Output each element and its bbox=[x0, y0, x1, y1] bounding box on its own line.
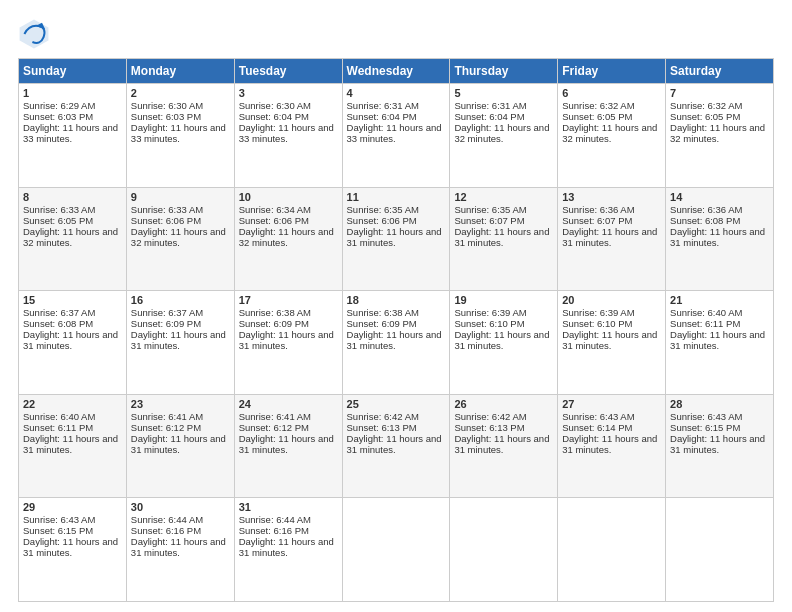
sunset-text: Sunset: 6:15 PM bbox=[670, 422, 740, 433]
calendar-cell: 15Sunrise: 6:37 AMSunset: 6:08 PMDayligh… bbox=[19, 291, 127, 395]
day-number: 18 bbox=[347, 294, 446, 306]
daylight-text: Daylight: 11 hours and 32 minutes. bbox=[23, 226, 118, 248]
calendar-day-header: Wednesday bbox=[342, 59, 450, 84]
sunset-text: Sunset: 6:09 PM bbox=[239, 318, 309, 329]
sunrise-text: Sunrise: 6:37 AM bbox=[131, 307, 203, 318]
sunset-text: Sunset: 6:05 PM bbox=[23, 215, 93, 226]
sunrise-text: Sunrise: 6:32 AM bbox=[670, 100, 742, 111]
calendar-cell: 10Sunrise: 6:34 AMSunset: 6:06 PMDayligh… bbox=[234, 187, 342, 291]
daylight-text: Daylight: 11 hours and 32 minutes. bbox=[131, 226, 226, 248]
calendar-cell: 21Sunrise: 6:40 AMSunset: 6:11 PMDayligh… bbox=[666, 291, 774, 395]
sunset-text: Sunset: 6:13 PM bbox=[454, 422, 524, 433]
sunset-text: Sunset: 6:05 PM bbox=[670, 111, 740, 122]
day-number: 27 bbox=[562, 398, 661, 410]
sunrise-text: Sunrise: 6:39 AM bbox=[454, 307, 526, 318]
calendar-day-header: Saturday bbox=[666, 59, 774, 84]
day-number: 30 bbox=[131, 501, 230, 513]
sunset-text: Sunset: 6:11 PM bbox=[670, 318, 740, 329]
sunset-text: Sunset: 6:06 PM bbox=[347, 215, 417, 226]
calendar-cell: 17Sunrise: 6:38 AMSunset: 6:09 PMDayligh… bbox=[234, 291, 342, 395]
calendar-cell: 27Sunrise: 6:43 AMSunset: 6:14 PMDayligh… bbox=[558, 394, 666, 498]
calendar-cell: 22Sunrise: 6:40 AMSunset: 6:11 PMDayligh… bbox=[19, 394, 127, 498]
sunrise-text: Sunrise: 6:30 AM bbox=[239, 100, 311, 111]
sunset-text: Sunset: 6:03 PM bbox=[131, 111, 201, 122]
calendar-cell bbox=[342, 498, 450, 602]
sunset-text: Sunset: 6:03 PM bbox=[23, 111, 93, 122]
daylight-text: Daylight: 11 hours and 31 minutes. bbox=[347, 329, 442, 351]
sunrise-text: Sunrise: 6:41 AM bbox=[131, 411, 203, 422]
calendar-table: SundayMondayTuesdayWednesdayThursdayFrid… bbox=[18, 58, 774, 602]
day-number: 6 bbox=[562, 87, 661, 99]
sunrise-text: Sunrise: 6:41 AM bbox=[239, 411, 311, 422]
calendar-cell: 29Sunrise: 6:43 AMSunset: 6:15 PMDayligh… bbox=[19, 498, 127, 602]
daylight-text: Daylight: 11 hours and 31 minutes. bbox=[23, 329, 118, 351]
calendar-day-header: Thursday bbox=[450, 59, 558, 84]
day-number: 28 bbox=[670, 398, 769, 410]
page: SundayMondayTuesdayWednesdayThursdayFrid… bbox=[0, 0, 792, 612]
sunrise-text: Sunrise: 6:40 AM bbox=[23, 411, 95, 422]
sunset-text: Sunset: 6:04 PM bbox=[454, 111, 524, 122]
calendar-week-row: 29Sunrise: 6:43 AMSunset: 6:15 PMDayligh… bbox=[19, 498, 774, 602]
daylight-text: Daylight: 11 hours and 32 minutes. bbox=[670, 122, 765, 144]
sunset-text: Sunset: 6:06 PM bbox=[239, 215, 309, 226]
sunset-text: Sunset: 6:09 PM bbox=[131, 318, 201, 329]
day-number: 11 bbox=[347, 191, 446, 203]
sunrise-text: Sunrise: 6:40 AM bbox=[670, 307, 742, 318]
day-number: 2 bbox=[131, 87, 230, 99]
daylight-text: Daylight: 11 hours and 31 minutes. bbox=[239, 433, 334, 455]
daylight-text: Daylight: 11 hours and 31 minutes. bbox=[347, 226, 442, 248]
calendar-cell: 16Sunrise: 6:37 AMSunset: 6:09 PMDayligh… bbox=[126, 291, 234, 395]
day-number: 22 bbox=[23, 398, 122, 410]
sunset-text: Sunset: 6:10 PM bbox=[562, 318, 632, 329]
sunrise-text: Sunrise: 6:35 AM bbox=[347, 204, 419, 215]
daylight-text: Daylight: 11 hours and 31 minutes. bbox=[454, 433, 549, 455]
sunset-text: Sunset: 6:12 PM bbox=[131, 422, 201, 433]
calendar-week-row: 22Sunrise: 6:40 AMSunset: 6:11 PMDayligh… bbox=[19, 394, 774, 498]
sunrise-text: Sunrise: 6:43 AM bbox=[23, 514, 95, 525]
daylight-text: Daylight: 11 hours and 33 minutes. bbox=[239, 122, 334, 144]
day-number: 15 bbox=[23, 294, 122, 306]
sunset-text: Sunset: 6:07 PM bbox=[454, 215, 524, 226]
calendar-cell: 11Sunrise: 6:35 AMSunset: 6:06 PMDayligh… bbox=[342, 187, 450, 291]
calendar-cell: 1Sunrise: 6:29 AMSunset: 6:03 PMDaylight… bbox=[19, 84, 127, 188]
day-number: 3 bbox=[239, 87, 338, 99]
sunrise-text: Sunrise: 6:39 AM bbox=[562, 307, 634, 318]
calendar-body: 1Sunrise: 6:29 AMSunset: 6:03 PMDaylight… bbox=[19, 84, 774, 602]
logo-icon bbox=[18, 18, 50, 50]
sunset-text: Sunset: 6:13 PM bbox=[347, 422, 417, 433]
day-number: 25 bbox=[347, 398, 446, 410]
sunrise-text: Sunrise: 6:33 AM bbox=[131, 204, 203, 215]
calendar-cell: 20Sunrise: 6:39 AMSunset: 6:10 PMDayligh… bbox=[558, 291, 666, 395]
daylight-text: Daylight: 11 hours and 31 minutes. bbox=[239, 329, 334, 351]
calendar-cell: 24Sunrise: 6:41 AMSunset: 6:12 PMDayligh… bbox=[234, 394, 342, 498]
sunrise-text: Sunrise: 6:38 AM bbox=[347, 307, 419, 318]
sunrise-text: Sunrise: 6:31 AM bbox=[454, 100, 526, 111]
day-number: 19 bbox=[454, 294, 553, 306]
sunrise-text: Sunrise: 6:42 AM bbox=[454, 411, 526, 422]
sunrise-text: Sunrise: 6:43 AM bbox=[670, 411, 742, 422]
sunrise-text: Sunrise: 6:32 AM bbox=[562, 100, 634, 111]
calendar-day-header: Tuesday bbox=[234, 59, 342, 84]
day-number: 8 bbox=[23, 191, 122, 203]
calendar-cell: 18Sunrise: 6:38 AMSunset: 6:09 PMDayligh… bbox=[342, 291, 450, 395]
day-number: 24 bbox=[239, 398, 338, 410]
calendar-cell: 4Sunrise: 6:31 AMSunset: 6:04 PMDaylight… bbox=[342, 84, 450, 188]
sunset-text: Sunset: 6:09 PM bbox=[347, 318, 417, 329]
daylight-text: Daylight: 11 hours and 31 minutes. bbox=[23, 536, 118, 558]
sunset-text: Sunset: 6:08 PM bbox=[23, 318, 93, 329]
day-number: 13 bbox=[562, 191, 661, 203]
sunset-text: Sunset: 6:07 PM bbox=[562, 215, 632, 226]
daylight-text: Daylight: 11 hours and 31 minutes. bbox=[670, 226, 765, 248]
calendar-cell: 26Sunrise: 6:42 AMSunset: 6:13 PMDayligh… bbox=[450, 394, 558, 498]
daylight-text: Daylight: 11 hours and 31 minutes. bbox=[454, 329, 549, 351]
calendar-cell: 23Sunrise: 6:41 AMSunset: 6:12 PMDayligh… bbox=[126, 394, 234, 498]
daylight-text: Daylight: 11 hours and 31 minutes. bbox=[562, 329, 657, 351]
calendar-cell: 6Sunrise: 6:32 AMSunset: 6:05 PMDaylight… bbox=[558, 84, 666, 188]
calendar-week-row: 15Sunrise: 6:37 AMSunset: 6:08 PMDayligh… bbox=[19, 291, 774, 395]
sunrise-text: Sunrise: 6:43 AM bbox=[562, 411, 634, 422]
day-number: 5 bbox=[454, 87, 553, 99]
calendar-week-row: 8Sunrise: 6:33 AMSunset: 6:05 PMDaylight… bbox=[19, 187, 774, 291]
calendar-cell bbox=[666, 498, 774, 602]
calendar-cell: 13Sunrise: 6:36 AMSunset: 6:07 PMDayligh… bbox=[558, 187, 666, 291]
calendar-day-header: Friday bbox=[558, 59, 666, 84]
